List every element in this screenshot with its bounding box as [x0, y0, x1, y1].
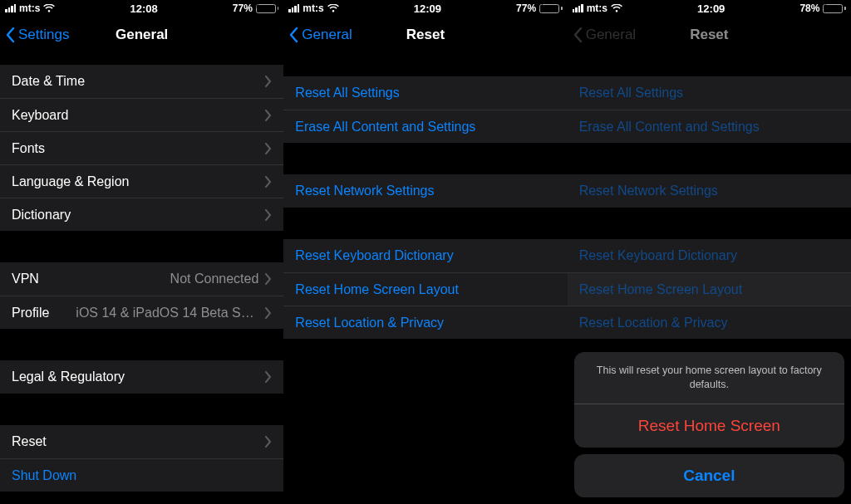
cell-label: VPN: [12, 272, 39, 286]
chevron-right-icon: [265, 143, 272, 154]
cell-label: Reset Network Settings: [295, 183, 434, 198]
carrier-label: mt:s: [303, 2, 323, 14]
wifi-icon: [327, 4, 339, 12]
cell-label: Language & Region: [12, 174, 129, 189]
cell-label: Reset Home Screen Layout: [579, 282, 743, 297]
cell-label: Fonts: [12, 141, 45, 156]
cell-dictionary[interactable]: Dictionary: [0, 198, 283, 231]
nav-bar: General Reset: [568, 17, 851, 53]
cell-label: Legal & Regulatory: [12, 369, 125, 384]
cell-label: Reset Keyboard Dictionary: [579, 248, 737, 263]
battery-percent: 77%: [516, 2, 536, 14]
chevron-right-icon: [265, 110, 272, 121]
signal-icon: [5, 4, 16, 12]
back-button[interactable]: Settings: [5, 17, 69, 53]
sheet-message: This will reset your home screen layout …: [574, 352, 844, 404]
cell-shutdown[interactable]: Shut Down: [0, 458, 283, 492]
cell-label: Reset Location & Privacy: [295, 316, 444, 330]
page-title: Reset: [406, 27, 445, 43]
cell-reset[interactable]: Reset: [0, 425, 283, 458]
cell-erase-all[interactable]: Erase All Content and Settings: [283, 110, 567, 143]
settings-group-1: Date & Time Keyboard Fonts Language & Re…: [0, 65, 283, 231]
status-bar: mt:s 12:09 78% ⚡︎: [568, 0, 851, 17]
cell-label: Erase All Content and Settings: [579, 120, 760, 135]
chevron-right-icon: [265, 176, 272, 188]
chevron-right-icon: [265, 76, 272, 87]
chevron-left-icon: [573, 27, 583, 43]
chevron-left-icon: [288, 27, 298, 43]
wifi-icon: [43, 4, 55, 12]
cell-label: Reset All Settings: [579, 86, 683, 100]
chevron-right-icon: [265, 209, 272, 221]
battery-percent: 77%: [233, 2, 253, 14]
back-button: General: [573, 17, 636, 53]
cell-profile[interactable]: Profile iOS 14 & iPadOS 14 Beta Softwar.…: [0, 296, 283, 329]
screenshot-general: mt:s 12:08 77% ⚡︎ Settings Ge: [0, 0, 283, 504]
back-label: Settings: [18, 27, 69, 43]
cell-label: Reset All Settings: [295, 86, 399, 100]
settings-group-3: Legal & Regulatory: [0, 360, 283, 394]
cell-reset-keyboard[interactable]: Reset Keyboard Dictionary: [283, 239, 567, 272]
battery-icon: ⚡︎: [539, 4, 563, 13]
reset-group-3: Reset Keyboard Dictionary Reset Home Scr…: [283, 239, 567, 339]
reset-group-3: Reset Keyboard Dictionary Reset Home Scr…: [568, 239, 851, 339]
cell-label: Dictionary: [12, 208, 71, 223]
cell-reset-location[interactable]: Reset Location & Privacy: [283, 306, 567, 339]
cell-reset-home[interactable]: Reset Home Screen Layout: [283, 272, 567, 306]
cell-value: Not Connected: [170, 272, 259, 286]
cell-label: Reset Location & Privacy: [579, 316, 728, 330]
cell-label: Erase All Content and Settings: [295, 120, 475, 135]
action-sheet: This will reset your home screen layout …: [574, 352, 844, 497]
chevron-left-icon: [5, 27, 15, 43]
cell-label: Reset Network Settings: [579, 183, 718, 198]
page-title: Reset: [690, 27, 728, 43]
back-button[interactable]: General: [288, 17, 352, 53]
cell-date-time[interactable]: Date & Time: [0, 65, 283, 98]
cell-reset-home: Reset Home Screen Layout: [568, 272, 851, 306]
nav-bar: General Reset: [283, 17, 567, 53]
cell-reset-all[interactable]: Reset All Settings: [283, 76, 567, 110]
chevron-right-icon: [265, 371, 272, 383]
carrier-label: mt:s: [19, 2, 40, 14]
cell-reset-network[interactable]: Reset Network Settings: [283, 174, 567, 208]
battery-icon: ⚡︎: [823, 4, 846, 13]
cell-language-region[interactable]: Language & Region: [0, 164, 283, 198]
clock-label: 12:09: [697, 2, 725, 15]
sheet-cancel-label: Cancel: [683, 467, 735, 485]
cell-legal[interactable]: Legal & Regulatory: [0, 360, 283, 394]
sheet-action-label: Reset Home Screen: [638, 417, 780, 435]
screenshot-reset: mt:s 12:09 77% ⚡︎ General Res: [283, 0, 567, 504]
cell-reset-location: Reset Location & Privacy: [568, 306, 851, 339]
cell-label: Reset Home Screen Layout: [295, 282, 459, 297]
content-area: Reset All Settings Erase All Content and…: [283, 53, 567, 504]
reset-group-1: Reset All Settings Erase All Content and…: [283, 76, 567, 143]
cell-label: Profile: [12, 306, 49, 321]
signal-icon: [573, 4, 583, 12]
clock-label: 12:08: [130, 2, 157, 15]
cell-reset-network: Reset Network Settings: [568, 174, 851, 208]
settings-group-4: Reset Shut Down: [0, 425, 283, 492]
signal-icon: [288, 4, 299, 12]
cell-erase-all: Erase All Content and Settings: [568, 110, 851, 143]
reset-group-2: Reset Network Settings: [283, 174, 567, 208]
sheet-cancel-button[interactable]: Cancel: [574, 454, 844, 497]
chevron-right-icon: [265, 273, 272, 285]
status-bar: mt:s 12:08 77% ⚡︎: [0, 0, 283, 17]
cell-label: Reset Keyboard Dictionary: [295, 248, 453, 263]
chevron-right-icon: [265, 307, 272, 319]
cell-label: Keyboard: [12, 108, 69, 123]
cell-keyboard[interactable]: Keyboard: [0, 98, 283, 131]
nav-bar: Settings General: [0, 17, 283, 53]
clock-label: 12:09: [414, 2, 441, 15]
wifi-icon: [611, 4, 622, 12]
back-label: General: [586, 27, 636, 43]
cell-reset-keyboard: Reset Keyboard Dictionary: [568, 239, 851, 272]
reset-group-1: Reset All Settings Erase All Content and…: [568, 76, 851, 143]
back-label: General: [302, 27, 352, 43]
sheet-destructive-button[interactable]: Reset Home Screen: [574, 404, 844, 448]
cell-vpn[interactable]: VPN Not Connected: [0, 262, 283, 296]
cell-fonts[interactable]: Fonts: [0, 131, 283, 164]
cell-label: Shut Down: [12, 468, 76, 483]
battery-icon: ⚡︎: [256, 4, 279, 13]
reset-group-2: Reset Network Settings: [568, 174, 851, 208]
